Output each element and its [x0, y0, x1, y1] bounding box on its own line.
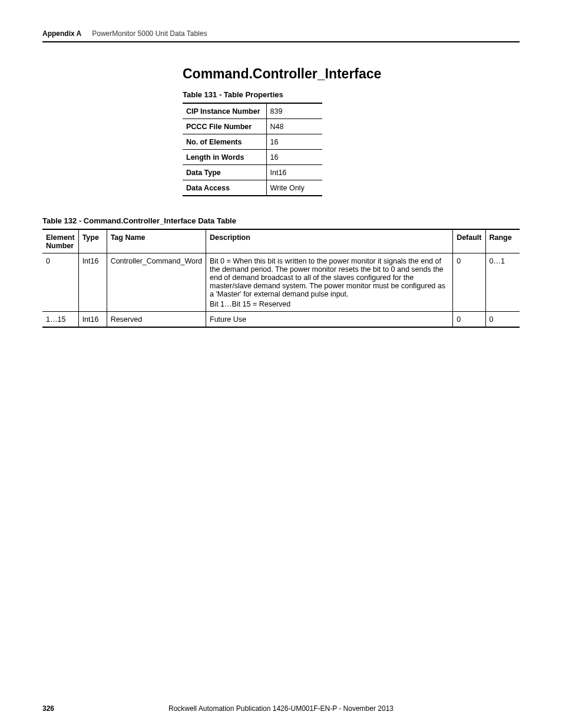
page-header: Appendix A PowerMonitor 5000 Unit Data T… [42, 29, 520, 42]
desc-line: Future Use [210, 315, 246, 324]
col-header-type: Type [78, 229, 107, 253]
cell-range: 0 [485, 312, 520, 328]
desc-line: Bit 1…Bit 15 = Reserved [210, 300, 449, 308]
prop-value: 16 [266, 134, 322, 150]
col-header-default: Default [453, 229, 485, 253]
prop-value: Write Only [266, 180, 322, 196]
chapter-title: PowerMonitor 5000 Unit Data Tables [92, 29, 207, 38]
table-row: 0 Int16 Controller_Command_Word Bit 0 = … [42, 253, 520, 312]
prop-value: N48 [266, 119, 322, 134]
cell-default: 0 [453, 312, 485, 328]
desc-line: Bit 0 = When this bit is written to the … [210, 257, 449, 298]
table-row: Length in Words 16 [183, 150, 322, 165]
data-table: Element Number Type Tag Name Description… [42, 229, 520, 328]
publication-info: Rockwell Automation Publication 1426-UM0… [42, 704, 520, 713]
table132-caption: Table 132 - Command.Controller_Interface… [42, 216, 520, 225]
prop-label: CIP Instance Number [183, 103, 266, 119]
prop-label: Data Access [183, 180, 266, 196]
table-row: 1…15 Int16 Reserved Future Use 0 0 [42, 312, 520, 328]
col-header-element: Element Number [42, 229, 78, 253]
table-row: Data Access Write Only [183, 180, 322, 196]
table-row: CIP Instance Number 839 [183, 103, 322, 119]
cell-type: Int16 [78, 312, 107, 328]
cell-desc: Bit 0 = When this bit is written to the … [206, 253, 453, 312]
col-header-tag: Tag Name [107, 229, 206, 253]
prop-value: 839 [266, 103, 322, 119]
prop-label: Length in Words [183, 150, 266, 165]
prop-label: Data Type [183, 165, 266, 180]
cell-tag: Controller_Command_Word [107, 253, 206, 312]
table131-caption: Table 131 - Table Properties [183, 90, 520, 99]
cell-type: Int16 [78, 253, 107, 312]
cell-range: 0…1 [485, 253, 520, 312]
cell-default: 0 [453, 253, 485, 312]
col-header-range: Range [485, 229, 520, 253]
col-header-desc: Description [206, 229, 453, 253]
table-properties: CIP Instance Number 839 PCCC File Number… [183, 103, 322, 196]
cell-element: 0 [42, 253, 78, 312]
prop-value: Int16 [266, 165, 322, 180]
section-heading: Command.Controller_Interface [183, 66, 520, 82]
cell-desc: Future Use [206, 312, 453, 328]
table-row: Data Type Int16 [183, 165, 322, 180]
prop-label: PCCC File Number [183, 119, 266, 134]
cell-element: 1…15 [42, 312, 78, 328]
prop-value: 16 [266, 150, 322, 165]
prop-label: No. of Elements [183, 134, 266, 150]
cell-tag: Reserved [107, 312, 206, 328]
table-header-row: Element Number Type Tag Name Description… [42, 229, 520, 253]
appendix-label: Appendix A [42, 29, 81, 38]
table-row: No. of Elements 16 [183, 134, 322, 150]
table-row: PCCC File Number N48 [183, 119, 322, 134]
